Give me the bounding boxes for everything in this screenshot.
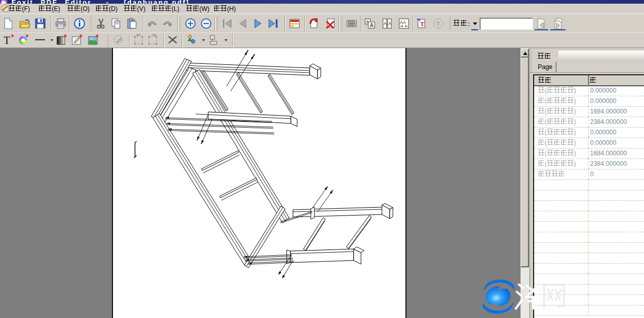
svg-text:A: A xyxy=(370,22,374,28)
svg-text:T: T xyxy=(420,20,424,28)
svg-text:A: A xyxy=(383,21,387,26)
svg-text:AA: AA xyxy=(400,20,406,25)
svg-text:T: T xyxy=(436,20,440,27)
svg-text:A: A xyxy=(388,21,391,26)
svg-text:T: T xyxy=(4,35,10,46)
